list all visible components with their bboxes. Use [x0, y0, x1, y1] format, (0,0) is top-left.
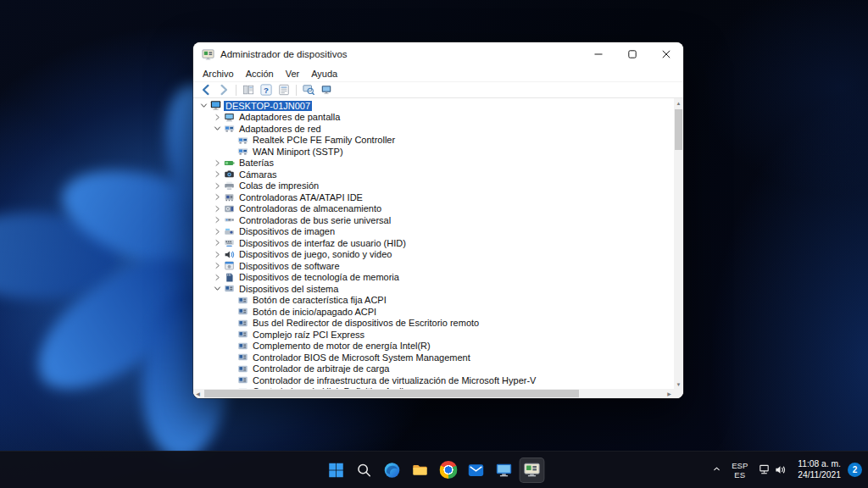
chevron-right-icon[interactable] [212, 238, 223, 247]
tree-item-controlador-de-infraestructura-de-virtualizacion[interactable]: Controlador de infraestructura de virtua… [193, 374, 674, 386]
horizontal-scrollbar-thumb[interactable] [204, 390, 579, 397]
tree-item-label: Dispositivos de interfaz de usuario (HID… [237, 238, 408, 248]
tree-item-controladoras-de-bus-serie-universal[interactable]: Controladoras de bus serie universal [193, 214, 674, 226]
vertical-scrollbar-thumb[interactable] [675, 109, 682, 150]
chevron-right-icon[interactable] [212, 158, 223, 168]
tree-item-label: DESKTOP-01JN007 [224, 101, 312, 111]
scroll-right-arrow-icon[interactable]: ▶ [665, 389, 674, 398]
tree-item-dispositivos-de-software[interactable]: Dispositivos de software [193, 260, 674, 272]
chevron-right-icon[interactable] [212, 273, 223, 282]
tree-item-controlador-de-arbitraje-de-carga[interactable]: Controlador de arbitraje de carga [193, 363, 674, 375]
monitor-app-button[interactable] [492, 458, 517, 483]
tree-item-bus-del-redirector-de-dispositivos-de-escritorio[interactable]: Bus del Redirector de dispositivos de Es… [193, 318, 674, 330]
console-tree-button[interactable] [240, 83, 257, 97]
chevron-down-icon[interactable] [198, 101, 209, 110]
menu-archivo[interactable]: Archivo [197, 68, 240, 80]
chrome-icon [439, 461, 457, 479]
network-adapter-icon [236, 146, 248, 157]
scroll-up-arrow-icon[interactable]: ▲ [674, 98, 683, 108]
notification-center-button[interactable]: 2 [848, 457, 865, 484]
file-explorer-button[interactable] [408, 458, 433, 483]
tree-item-baterias[interactable]: Baterías [193, 158, 674, 169]
tree-item-boton-de-inicio-apagado-acpi[interactable]: Botón de inicio/apagado ACPI [193, 306, 674, 318]
tree-item-label: Controladoras de bus serie universal [237, 215, 392, 225]
tree-item-complejo-raiz-pci-express[interactable]: Complejo raíz PCI Express [193, 329, 674, 341]
devices-button[interactable] [318, 83, 335, 97]
mail-button[interactable] [464, 458, 489, 483]
properties-button[interactable] [275, 83, 292, 97]
help-button[interactable]: ? [258, 83, 275, 97]
toolbar-separator [296, 85, 297, 96]
edge-button[interactable] [380, 458, 405, 483]
chevron-down-icon[interactable] [212, 284, 223, 293]
tree-item-dispositivos-de-juego-sonido-y-video[interactable]: Dispositivos de juego, sonido y video [193, 249, 674, 261]
chevron-spacer [225, 341, 236, 351]
maximize-button[interactable] [615, 42, 649, 66]
forward-button[interactable] [215, 83, 232, 97]
back-button[interactable] [198, 83, 214, 97]
vertical-scrollbar[interactable]: ▲ ▼ [674, 98, 683, 389]
tree-item-label: Baterías [237, 158, 275, 168]
tree-item-realtek-pcie-fe-family-controller[interactable]: Realtek PCIe FE Family Controller [193, 135, 674, 147]
tree-item-label: Controlador de arbitraje de carga [251, 363, 391, 374]
tree-item-adaptadores-de-red[interactable]: Adaptadores de red [193, 123, 674, 135]
chevron-right-icon[interactable] [212, 215, 223, 225]
chevron-right-icon[interactable] [212, 113, 223, 122]
chevron-right-icon[interactable] [212, 169, 223, 179]
windows-logo-icon [327, 461, 346, 480]
menu-ayuda[interactable]: Ayuda [305, 68, 343, 80]
chevron-right-icon[interactable] [212, 192, 223, 202]
scroll-down-arrow-icon[interactable]: ▼ [674, 380, 683, 389]
memory-device-icon [223, 272, 235, 283]
console-tree-icon [242, 84, 254, 96]
chevron-spacer [225, 352, 236, 362]
storage-controller-icon [223, 203, 235, 214]
scan-hardware-button[interactable] [300, 83, 317, 97]
chevron-right-icon[interactable] [212, 250, 223, 259]
tree-item-controladoras-ata-atapi-ide[interactable]: Controladoras ATA/ATAPI IDE [193, 191, 674, 203]
tree-item-complemento-de-motor-de-energia-intel-r[interactable]: Complemento de motor de energía Intel(R) [193, 341, 674, 352]
chevron-right-icon[interactable] [212, 261, 223, 270]
chevron-right-icon[interactable] [212, 227, 223, 236]
help-icon: ? [260, 84, 272, 96]
search-button[interactable] [352, 458, 377, 483]
chevron-right-icon[interactable] [212, 204, 223, 214]
window-controls [581, 42, 683, 66]
tree-item-dispositivos-de-interfaz-de-usuario-hid[interactable]: Dispositivos de interfaz de usuario (HID… [193, 237, 674, 249]
tree-item-boton-de-caracteristica-fija-acpi[interactable]: Botón de característica fija ACPI [193, 295, 674, 307]
tree-item-camaras[interactable]: Cámaras [193, 169, 674, 180]
clock[interactable]: 11:08 a. m. 24/11/2021 [791, 457, 848, 484]
tree-item-wan-miniport-sstp[interactable]: WAN Miniport (SSTP) [193, 146, 674, 158]
taskbar-center [324, 452, 545, 488]
tree-item-label: Colas de impresión [237, 180, 320, 191]
menu-ver[interactable]: Ver [280, 68, 306, 80]
system-device-icon [236, 329, 248, 340]
tree-item-controlador-bios-de-microsoft-system-management[interactable]: Controlador BIOS de Microsoft System Man… [193, 352, 674, 363]
chevron-right-icon[interactable] [212, 181, 223, 191]
scan-hardware-icon [303, 84, 314, 96]
language-indicator[interactable]: ESP ES [726, 457, 754, 484]
menu-accion[interactable]: Acción [240, 68, 280, 80]
tree-item-adaptadores-de-pantalla[interactable]: Adaptadores de pantalla [193, 112, 674, 124]
device-manager-button[interactable] [520, 458, 545, 483]
tree-item-controladoras-de-almacenamiento[interactable]: Controladoras de almacenamiento [193, 203, 674, 215]
device-manager-icon [202, 48, 214, 61]
tree-item-dispositivos-de-tecnologia-de-memoria[interactable]: Dispositivos de tecnología de memoria [193, 272, 674, 284]
svg-text:?: ? [264, 86, 269, 95]
language-line2: ES [734, 470, 745, 480]
tree-item-dispositivos-del-sistema[interactable]: Dispositivos del sistema [193, 283, 674, 295]
close-button[interactable] [649, 42, 683, 66]
horizontal-scrollbar[interactable]: ◀ ▶ [193, 389, 674, 398]
title-bar[interactable]: Administrador de dispositivos [193, 42, 683, 66]
quick-settings-button[interactable] [754, 457, 791, 484]
chevron-down-icon[interactable] [212, 124, 223, 133]
tree-item-colas-de-impresion[interactable]: Colas de impresión [193, 180, 674, 192]
tree-item-dispositivos-de-imagen[interactable]: Dispositivos de imagen [193, 226, 674, 238]
tree-item-desktop-01jn007[interactable]: DESKTOP-01JN007 [193, 100, 674, 112]
tray-overflow-button[interactable] [707, 457, 726, 484]
chrome-button[interactable] [436, 458, 461, 483]
minimize-button[interactable] [581, 42, 615, 66]
start-button[interactable] [324, 458, 349, 483]
system-device-icon [236, 341, 248, 352]
chevron-up-icon [712, 463, 721, 476]
